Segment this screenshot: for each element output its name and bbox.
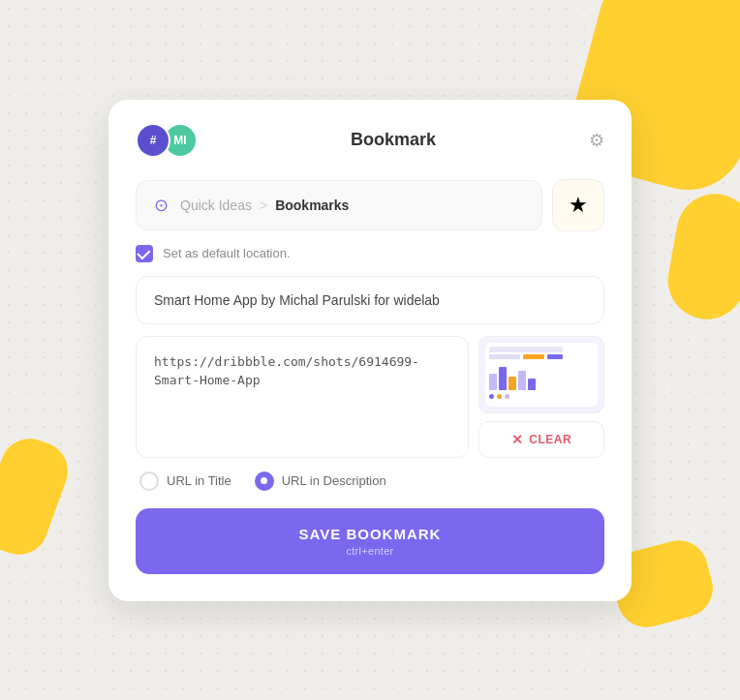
ms-bar-3 [547,354,563,359]
avatar-group: # MI [136,123,198,158]
preview-inner [479,337,603,412]
default-location-label: Set as default location. [163,246,291,260]
default-location-row: Set as default location. [136,245,604,262]
ms-col-4 [518,371,526,390]
ms-bar-2 [523,354,544,359]
url-input-wrapper [136,336,469,458]
mini-screenshot [485,343,598,407]
avatar-hash[interactable]: # [136,123,170,158]
breadcrumb-arrow: > [260,198,267,213]
radio-url-in-title[interactable]: URL in Title [139,472,231,491]
breadcrumb-nav[interactable]: ⊙ Quick Ideas > Bookmarks [136,180,542,230]
radio-row: URL in Title URL in Description [136,472,604,491]
ms-dot-2 [497,394,502,399]
ms-col-2 [499,367,507,390]
ms-col-1 [489,374,497,390]
breadcrumb-bookmarks: Bookmarks [275,198,349,213]
radio-label-description: URL in Description [282,473,386,488]
avatar-hash-icon: # [150,134,157,147]
save-button-label: SAVE BOOKMARK [299,526,442,542]
radio-label-title: URL in Title [167,473,231,488]
save-bookmark-button[interactable]: SAVE BOOKMARK ctrl+enter [136,508,604,574]
star-button[interactable]: ★ [552,179,604,231]
url-input[interactable] [154,352,450,410]
preview-clear-panel: ✕ CLEAR [478,336,604,458]
ms-row-1 [489,354,594,359]
settings-icon[interactable]: ⚙ [589,130,604,151]
clear-x-icon: ✕ [511,432,524,447]
ms-dot-3 [505,394,509,399]
avatar-mi-label: MI [173,134,186,147]
default-location-checkbox[interactable] [136,245,153,262]
card-header: # MI Bookmark ⚙ [136,123,604,158]
star-icon: ★ [569,193,588,218]
ms-dots [489,394,594,399]
ms-col-5 [528,379,536,389]
breadcrumb-quick-ideas: Quick Ideas [180,198,252,213]
pin-icon: ⊙ [154,195,169,216]
url-row: ✕ CLEAR [136,336,604,458]
radio-url-in-description[interactable]: URL in Description [255,472,386,491]
title-input[interactable] [136,276,604,324]
page-title: Bookmark [198,130,589,150]
url-preview [478,336,604,413]
clear-button[interactable]: ✕ CLEAR [478,421,604,458]
ms-header-bar [489,347,563,352]
decorative-blob-4 [0,431,76,563]
ms-dot-1 [489,394,494,399]
radio-circle-title [139,472,159,491]
breadcrumb-row: ⊙ Quick Ideas > Bookmarks ★ [136,179,604,231]
ms-col-3 [509,377,516,390]
clear-label: CLEAR [529,433,571,446]
save-button-subtitle: ctrl+enter [346,545,393,557]
bookmark-card: # MI Bookmark ⚙ ⊙ Quick Ideas > Bookmark… [108,100,632,601]
ms-chart [489,363,594,390]
radio-circle-description [255,472,274,491]
ms-bar-1 [489,354,520,359]
decorative-blob-2 [662,188,740,325]
